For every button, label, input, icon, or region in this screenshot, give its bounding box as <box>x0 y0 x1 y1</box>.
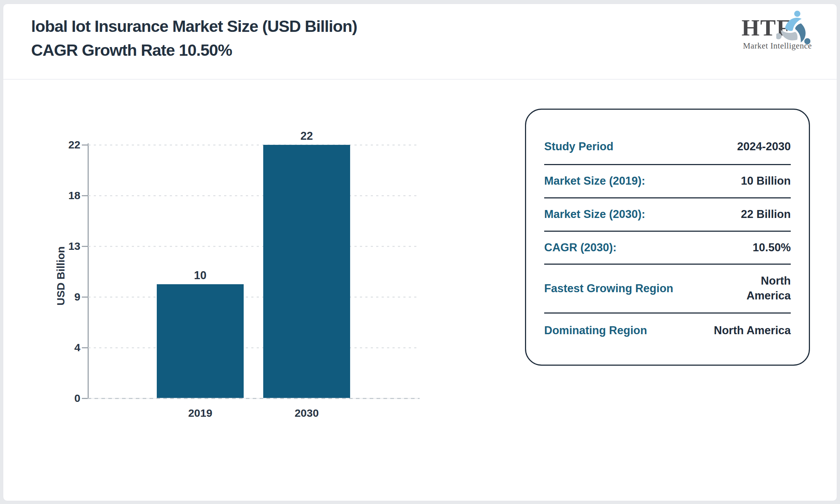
info-row-value: North America <box>676 274 791 303</box>
info-row-label: Dominating Region <box>544 323 676 338</box>
info-row-value: North America <box>676 323 791 338</box>
info-row-label: Market Size (2019): <box>544 174 676 189</box>
page-title-line2: CAGR Growth Rate 10.50% <box>31 38 357 62</box>
y-tick-mark <box>82 297 88 298</box>
info-row-value: 2024-2030 <box>676 139 791 154</box>
info-row-label: Fastest Growing Region <box>544 281 676 296</box>
gridline <box>88 297 419 298</box>
htf-logo: HTF Market Intelligence <box>742 9 814 53</box>
info-row-value: 22 Billion <box>676 207 791 222</box>
y-tick-label: 4 <box>43 341 80 354</box>
people-swirl-icon <box>776 9 812 46</box>
y-tick-mark <box>82 347 88 348</box>
y-tick-label: 18 <box>43 189 80 202</box>
info-row-value: 10.50% <box>676 240 791 255</box>
gridline <box>88 347 419 348</box>
y-tick-mark <box>82 246 88 247</box>
y-axis-line <box>88 143 89 399</box>
bar-2019 <box>157 284 244 398</box>
market-summary-card: Study Period2024-2030Market Size (2019):… <box>525 109 810 366</box>
info-row-label: Market Size (2030): <box>544 207 676 222</box>
y-tick-label: 22 <box>43 138 80 151</box>
info-row: Market Size (2030):22 Billion <box>544 198 791 232</box>
bar-2030 <box>263 145 350 398</box>
info-row: Market Size (2019):10 Billion <box>544 165 791 198</box>
gridline <box>88 246 419 247</box>
x-tick-label: 2030 <box>263 407 350 419</box>
info-row: Fastest Growing RegionNorth America <box>544 265 791 314</box>
page-title-line1: lobal Iot Insurance Market Size (USD Bil… <box>31 14 357 38</box>
x-axis-baseline <box>88 398 420 399</box>
info-row: CAGR (2030):10.50% <box>544 232 791 265</box>
gridline <box>88 144 419 146</box>
header-divider <box>3 79 837 80</box>
y-tick-label: 13 <box>43 240 80 253</box>
info-row: Dominating RegionNorth America <box>544 314 791 348</box>
y-tick-mark <box>82 398 88 399</box>
htf-logo-subtext: Market Intelligence <box>743 41 812 51</box>
page-title: lobal Iot Insurance Market Size (USD Bil… <box>31 14 357 62</box>
bar-value-label: 22 <box>263 130 350 143</box>
bar-value-label: 10 <box>157 269 244 282</box>
y-tick-mark <box>82 195 88 196</box>
y-tick-label: 9 <box>43 290 80 303</box>
y-tick-label: 0 <box>43 392 80 405</box>
info-row-label: Study Period <box>544 139 676 154</box>
infographic-canvas: lobal Iot Insurance Market Size (USD Bil… <box>0 0 840 504</box>
info-row: Study Period2024-2030 <box>544 130 791 165</box>
y-tick-mark <box>82 144 88 146</box>
info-row-value: 10 Billion <box>676 174 791 189</box>
info-row-label: CAGR (2030): <box>544 240 676 255</box>
x-tick-label: 2019 <box>157 407 244 419</box>
gridline <box>88 195 419 196</box>
